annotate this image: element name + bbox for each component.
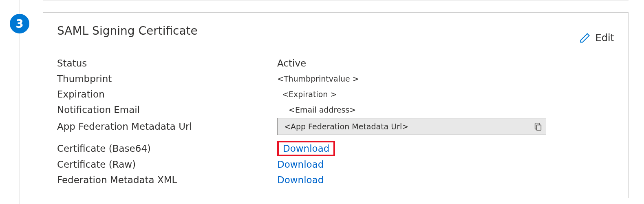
label-notification-email: Notification Email: [57, 104, 277, 115]
download-base64-link[interactable]: Download: [283, 143, 329, 154]
row-metadata-url: App Federation Metadata Url <App Federat…: [57, 118, 614, 135]
label-thumbprint: Thumbprint: [57, 73, 277, 84]
metadata-url-input[interactable]: <App Federation Metadata Url>: [277, 118, 546, 135]
row-thumbprint: Thumbprint <Thumbprintvalue >: [57, 71, 614, 86]
label-cert-raw: Certificate (Raw): [57, 159, 277, 170]
row-fed-metadata-xml: Federation Metadata XML Download: [57, 173, 614, 187]
row-cert-raw: Certificate (Raw) Download: [57, 157, 614, 172]
svg-rect-0: [536, 125, 541, 130]
value-notification-email: <Email address>: [277, 105, 356, 114]
label-cert-base64: Certificate (Base64): [57, 143, 277, 154]
edit-label: Edit: [595, 32, 614, 44]
card-header: SAML Signing Certificate Edit: [57, 24, 614, 44]
label-expiration: Expiration: [57, 89, 277, 100]
download-xml-link[interactable]: Download: [277, 175, 324, 185]
saml-signing-certificate-card: SAML Signing Certificate Edit Status Act…: [43, 12, 629, 198]
step-number: 3: [15, 17, 23, 31]
edit-button[interactable]: Edit: [579, 32, 614, 44]
row-expiration: Expiration <Expiration >: [57, 87, 614, 102]
download-raw-link[interactable]: Download: [277, 159, 324, 170]
row-status: Status Active: [57, 56, 614, 71]
value-status: Active: [277, 58, 306, 69]
label-metadata-url: App Federation Metadata Url: [57, 121, 277, 132]
step-number-badge: 3: [10, 14, 29, 33]
pencil-icon: [579, 32, 591, 44]
row-cert-base64: Certificate (Base64) Download: [57, 141, 614, 156]
value-metadata-url: <App Federation Metadata Url>: [284, 122, 534, 131]
copy-button[interactable]: [534, 122, 543, 131]
label-status: Status: [57, 58, 277, 69]
card-title: SAML Signing Certificate: [57, 24, 198, 38]
row-notification-email: Notification Email <Email address>: [57, 102, 614, 117]
copy-icon: [534, 122, 543, 131]
value-thumbprint: <Thumbprintvalue >: [277, 74, 359, 83]
label-fed-metadata-xml: Federation Metadata XML: [57, 175, 277, 185]
value-expiration: <Expiration >: [277, 90, 337, 99]
top-border-line: [43, 0, 629, 0]
highlight-download-base64: Download: [277, 141, 335, 156]
